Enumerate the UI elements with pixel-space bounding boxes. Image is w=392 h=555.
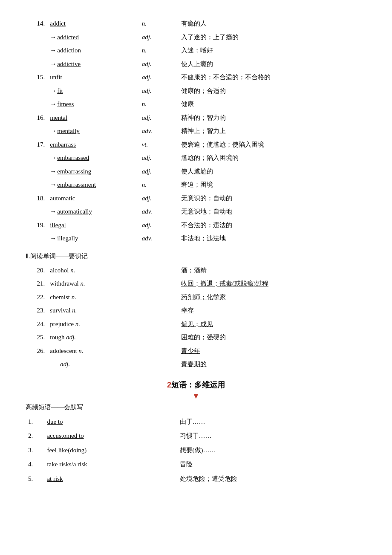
table-row: →fitness n. 健康 bbox=[26, 98, 366, 111]
item-def: 有瘾的人 bbox=[179, 17, 366, 31]
table-row: →embarrassing adj. 使人尴尬的 bbox=[26, 165, 366, 179]
table-row: adj. 青春期的 bbox=[26, 358, 366, 371]
table-row: 21. withdrawal n. 收回；撤退；戒毒(或脱瘾)过程 bbox=[26, 277, 366, 291]
table-row: 1. due to 由于…… bbox=[26, 415, 366, 429]
table-row: 18. automatic adj. 无意识的；自动的 bbox=[26, 192, 366, 205]
table-row: 15. unfit adj. 不健康的；不合适的；不合格的 bbox=[26, 71, 366, 84]
table-row: 25. tough adj. 困难的；强硬的 bbox=[26, 331, 366, 344]
table-row: 24. prejudice n. 偏见；成见 bbox=[26, 318, 366, 331]
table-row: 19. illegal adj. 不合法的；违法的 bbox=[26, 219, 366, 232]
table-row: 22. chemist n. 药剂师；化学家 bbox=[26, 291, 366, 304]
table-row: 2. accustomed to 习惯于…… bbox=[26, 429, 366, 443]
table-row: 5. at risk 处境危险；遭受危险 bbox=[26, 472, 366, 486]
table-row: 17. embarrass vt. 使窘迫；使尴尬；使陷入困境 bbox=[26, 138, 366, 152]
table-row: →addictive adj. 使人上瘾的 bbox=[26, 58, 366, 71]
table-row: 3. feel like(doing) 想要(做)…… bbox=[26, 443, 366, 458]
table-row: 16. mental adj. 精神的；智力的 bbox=[26, 111, 366, 125]
section3-title: 2短语：多维运用 bbox=[26, 380, 366, 390]
table-row: →mentally adv. 精神上；智力上 bbox=[26, 124, 366, 138]
reading-vocab-table: 20. alcohol n. 酒；酒精 21. withdrawal n. 收回… bbox=[26, 264, 366, 371]
table-row: →illegally adv. 非法地；违法地 bbox=[26, 232, 366, 246]
table-row: 23. survival n. 幸存 bbox=[26, 304, 366, 318]
table-row: →embarrassment n. 窘迫；困境 bbox=[26, 178, 366, 192]
table-row: 26. adolescent n. 青少年 bbox=[26, 344, 366, 358]
item-number: 14. bbox=[26, 17, 47, 31]
table-row: →addiction n. 入迷；嗜好 bbox=[26, 44, 366, 58]
item-word: addict bbox=[47, 17, 139, 31]
section3-arrow: ▼ bbox=[26, 392, 366, 401]
table-row: →automatically adv. 无意识地；自动地 bbox=[26, 205, 366, 219]
table-row: 20. alcohol n. 酒；酒精 bbox=[26, 264, 366, 278]
phrase-table: 1. due to 由于…… 2. accustomed to 习惯于…… 3.… bbox=[26, 415, 366, 486]
vocabulary-table: 14. addict n. 有瘾的人 →addicted adj. 入了迷的；上… bbox=[26, 17, 366, 246]
section3-subtitle: 高频短语——会默写 bbox=[26, 403, 366, 411]
item-pos: n. bbox=[139, 17, 179, 31]
table-row: 4. take risks/a risk 冒险 bbox=[26, 457, 366, 472]
table-row: →embarrassed adj. 尴尬的；陷入困境的 bbox=[26, 151, 366, 165]
section2-header: Ⅱ.阅读单词——要识记 bbox=[26, 252, 366, 260]
table-row: 14. addict n. 有瘾的人 bbox=[26, 17, 366, 31]
table-row: →fit adj. 健康的；合适的 bbox=[26, 84, 366, 98]
table-row: →addicted adj. 入了迷的；上了瘾的 bbox=[26, 31, 366, 44]
